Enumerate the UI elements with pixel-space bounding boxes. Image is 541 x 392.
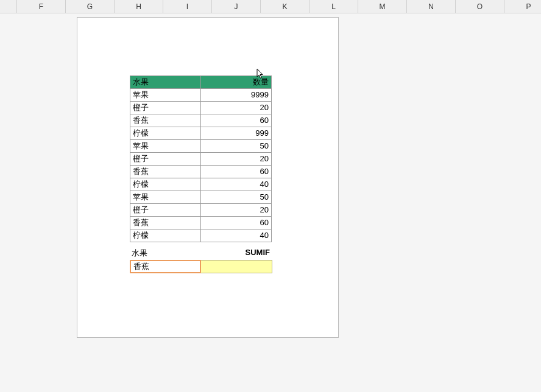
table-row: 苹果 9999	[130, 89, 272, 102]
column-header-O[interactable]: O	[456, 0, 504, 13]
column-header-H[interactable]: H	[115, 0, 163, 13]
cell-qty[interactable]: 50	[201, 140, 272, 153]
table-row: 香蕉 60	[130, 217, 272, 229]
column-header-pad	[0, 0, 17, 13]
table-row: 柠檬 999	[130, 127, 272, 140]
cell-fruit[interactable]: 柠檬	[130, 127, 201, 140]
cell-fruit[interactable]: 柠檬	[130, 178, 201, 191]
cell-fruit[interactable]: 苹果	[130, 89, 201, 102]
table-row: 橙子 20	[130, 153, 272, 166]
data-table: 水果 数量 苹果 9999 橙子 20 香蕉 60 柠檬 999 苹果 50	[130, 75, 272, 242]
cell-fruit[interactable]: 橙子	[130, 153, 201, 166]
cell-qty[interactable]: 60	[201, 217, 272, 229]
table-row: 橙子 20	[130, 204, 272, 217]
column-header-M[interactable]: M	[358, 0, 407, 13]
cell-qty[interactable]: 20	[201, 204, 272, 217]
cell-fruit[interactable]: 香蕉	[130, 217, 201, 229]
table-row: 柠檬 40	[130, 178, 272, 191]
table-row: 苹果 50	[130, 191, 272, 204]
table-row: 柠檬 40	[130, 229, 272, 242]
cell-fruit[interactable]: 橙子	[130, 204, 201, 217]
cell-fruit[interactable]: 柠檬	[130, 229, 201, 242]
table-row: 香蕉 60	[130, 166, 272, 178]
cell-qty[interactable]: 20	[201, 153, 272, 166]
cell-fruit[interactable]: 香蕉	[130, 114, 201, 127]
label-fruit[interactable]: 水果	[132, 248, 147, 259]
table-header-fruit[interactable]: 水果	[130, 76, 201, 89]
column-header-K[interactable]: K	[261, 0, 309, 13]
cell-qty[interactable]: 60	[201, 114, 272, 127]
cell-qty[interactable]: 60	[201, 166, 272, 178]
cell-qty[interactable]: 20	[201, 102, 272, 114]
cell-fruit[interactable]: 苹果	[130, 191, 201, 204]
table-row: 苹果 50	[130, 140, 272, 153]
sumif-input-row: 香蕉	[130, 260, 272, 273]
cell-fruit[interactable]: 香蕉	[130, 166, 201, 178]
column-header-G[interactable]: G	[66, 0, 115, 13]
cell-qty[interactable]: 40	[201, 229, 272, 242]
table-row: 橙子 20	[130, 102, 272, 114]
sumif-result-cell[interactable]	[201, 260, 272, 273]
table-header-row: 水果 数量	[130, 76, 272, 89]
column-header-band: F G H I J K L M N O P	[0, 0, 541, 13]
worksheet-area[interactable]: 水果 数量 苹果 9999 橙子 20 香蕉 60 柠檬 999 苹果 50	[0, 13, 541, 392]
column-header-J[interactable]: J	[212, 0, 261, 13]
table-row: 香蕉 60	[130, 114, 272, 127]
print-page-area: 水果 数量 苹果 9999 橙子 20 香蕉 60 柠檬 999 苹果 50	[77, 17, 339, 338]
cell-fruit[interactable]: 苹果	[130, 140, 201, 153]
cell-qty[interactable]: 9999	[201, 89, 272, 102]
cursor-icon	[256, 68, 264, 79]
column-header-L[interactable]: L	[309, 0, 358, 13]
cell-qty[interactable]: 50	[201, 191, 272, 204]
column-header-F[interactable]: F	[17, 0, 66, 13]
cell-qty[interactable]: 999	[201, 127, 272, 140]
column-header-I[interactable]: I	[163, 0, 212, 13]
cell-qty[interactable]: 40	[201, 178, 272, 191]
cell-fruit[interactable]: 橙子	[130, 102, 201, 114]
column-header-P[interactable]: P	[504, 0, 541, 13]
fruit-input-cell[interactable]: 香蕉	[130, 260, 201, 273]
label-sumif[interactable]: SUMIF	[246, 248, 270, 257]
column-header-N[interactable]: N	[407, 0, 456, 13]
